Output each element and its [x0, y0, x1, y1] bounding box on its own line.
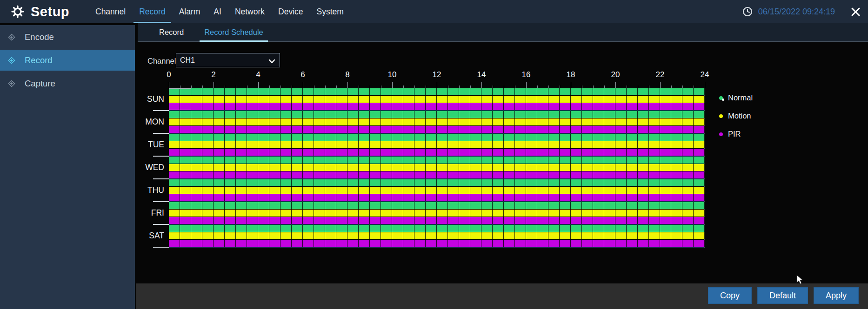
- scheduled-range[interactable]: [169, 157, 705, 164]
- stripe-pir[interactable]: [169, 194, 704, 201]
- schedule-row-wed[interactable]: [169, 157, 704, 179]
- scheduled-range[interactable]: [169, 194, 705, 201]
- stripe-normal[interactable]: [169, 134, 704, 141]
- stripe-normal[interactable]: [169, 88, 704, 95]
- hour-ticks: [169, 82, 707, 88]
- day-label-sat: SAT: [136, 225, 164, 247]
- menu-item-device[interactable]: Device: [273, 0, 309, 23]
- sidebar-item-capture[interactable]: Capture: [0, 73, 135, 94]
- stripe-pir[interactable]: [169, 149, 704, 156]
- stripe-normal[interactable]: [169, 179, 704, 186]
- sidebar: EncodeRecordCapture: [0, 25, 135, 309]
- apply-button[interactable]: Apply: [814, 287, 859, 304]
- sidebar-item-record[interactable]: Record: [0, 50, 135, 71]
- menu-item-channel[interactable]: Channel: [90, 0, 131, 23]
- stripe-pir[interactable]: [169, 103, 704, 110]
- lens-icon: [8, 80, 15, 87]
- day-label-fri: FRI: [136, 202, 164, 224]
- stripe-motion[interactable]: [169, 141, 704, 148]
- tick-mark: [392, 82, 393, 88]
- channel-dropdown[interactable]: CH1: [176, 53, 280, 67]
- schedule-row-sat[interactable]: [169, 225, 704, 248]
- stripe-pir[interactable]: [169, 171, 704, 178]
- schedule-row-mon[interactable]: [169, 111, 704, 134]
- day-label-mon: MON: [136, 111, 164, 133]
- footer-bar: CopyDefaultApply: [136, 283, 868, 309]
- top-bar: Setup ChannelRecordAlarmAINetworkDeviceS…: [0, 0, 868, 23]
- stripe-pir[interactable]: [169, 217, 704, 224]
- tick-mark: [258, 82, 259, 88]
- schedule-grid[interactable]: [169, 88, 705, 248]
- datetime-display: 06/15/2022 09:24:19: [758, 7, 835, 17]
- setup-window: Setup ChannelRecordAlarmAINetworkDeviceS…: [0, 0, 868, 309]
- stripe-pir[interactable]: [169, 126, 704, 133]
- menu-item-alarm[interactable]: Alarm: [174, 0, 206, 23]
- hour-label: 10: [388, 70, 397, 79]
- stripe-motion[interactable]: [169, 210, 704, 217]
- scheduled-range[interactable]: [169, 164, 705, 171]
- day-divider-line: [153, 247, 169, 248]
- legend-radio-normal[interactable]: Normal: [719, 92, 753, 104]
- stripe-motion[interactable]: [169, 164, 704, 171]
- scheduled-range[interactable]: [169, 111, 705, 118]
- tick-mark: [214, 82, 214, 88]
- gear-icon: [10, 4, 25, 19]
- close-icon[interactable]: [851, 7, 861, 17]
- tick-mark: [303, 82, 303, 88]
- scheduled-range[interactable]: [169, 88, 705, 95]
- top-menu: ChannelRecordAlarmAINetworkDeviceSystem: [90, 0, 349, 23]
- scheduled-range[interactable]: [169, 210, 705, 217]
- stripe-pir[interactable]: [169, 240, 704, 247]
- scheduled-range[interactable]: [169, 179, 705, 186]
- stripe-normal[interactable]: [169, 111, 704, 118]
- stripe-normal[interactable]: [169, 157, 704, 164]
- scheduled-range[interactable]: [169, 240, 705, 247]
- brand: Setup: [10, 0, 69, 23]
- hour-label: 16: [522, 70, 531, 79]
- schedule-row-sun[interactable]: [169, 88, 704, 111]
- tab-record-schedule[interactable]: Record Schedule: [200, 23, 268, 42]
- scheduled-range[interactable]: [169, 149, 705, 156]
- top-right: 06/15/2022 09:24:19: [742, 0, 861, 23]
- scheduled-range[interactable]: [169, 171, 705, 178]
- page-title: Setup: [31, 4, 69, 20]
- stripe-motion[interactable]: [169, 118, 704, 125]
- tab-record[interactable]: Record: [154, 23, 188, 42]
- stripe-motion[interactable]: [169, 96, 704, 103]
- schedule-row-thu[interactable]: [169, 179, 704, 202]
- scheduled-range[interactable]: [169, 141, 705, 148]
- scheduled-range[interactable]: [169, 96, 705, 103]
- clock-icon: [742, 7, 753, 17]
- scheduled-range[interactable]: [169, 118, 705, 125]
- scheduled-range[interactable]: [169, 202, 705, 209]
- menu-item-network[interactable]: Network: [229, 0, 270, 23]
- stripe-normal[interactable]: [169, 202, 704, 209]
- schedule-row-fri[interactable]: [169, 202, 704, 225]
- stripe-normal[interactable]: [169, 225, 704, 232]
- default-button[interactable]: Default: [757, 287, 808, 304]
- scheduled-range[interactable]: [169, 103, 705, 110]
- scheduled-range[interactable]: [169, 217, 705, 224]
- menu-item-system[interactable]: System: [311, 0, 349, 23]
- tick-mark: [169, 82, 169, 88]
- scheduled-range[interactable]: [169, 134, 705, 141]
- stripe-motion[interactable]: [169, 187, 704, 194]
- radio-ring-icon: [719, 132, 723, 136]
- scheduled-range[interactable]: [169, 187, 705, 194]
- hour-label: 24: [701, 70, 709, 79]
- day-label-wed: WED: [136, 157, 164, 178]
- legend-radio-pir[interactable]: PIR: [719, 128, 753, 140]
- copy-button[interactable]: Copy: [708, 287, 752, 304]
- scheduled-range[interactable]: [169, 126, 705, 133]
- sidebar-item-encode[interactable]: Encode: [0, 26, 135, 47]
- legend-radio-motion[interactable]: Motion: [719, 110, 753, 122]
- day-label-tue: TUE: [136, 134, 164, 156]
- scheduled-range[interactable]: [169, 232, 705, 239]
- menu-item-ai[interactable]: AI: [208, 0, 227, 23]
- schedule-row-tue[interactable]: [169, 134, 704, 157]
- stripe-motion[interactable]: [169, 232, 704, 239]
- hour-label: 14: [477, 70, 486, 79]
- menu-item-record[interactable]: Record: [134, 0, 171, 23]
- tick-mark: [615, 82, 616, 88]
- scheduled-range[interactable]: [169, 225, 705, 232]
